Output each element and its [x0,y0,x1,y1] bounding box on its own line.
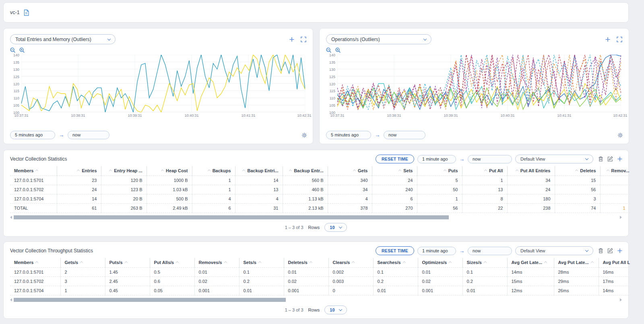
table-row[interactable]: 127.0.0.1:570121.450.50.010.10.010.0020.… [10,267,630,277]
time-to-input[interactable]: now [468,155,512,163]
column-header[interactable]: Puts [417,166,462,175]
view-select[interactable]: Default View [515,246,593,255]
time-from-input[interactable]: 5 minutes ago [326,131,371,139]
page-size-select[interactable]: 10 [324,305,347,314]
time-to-input[interactable]: now [68,131,109,139]
column-header[interactable]: Backup Entr... [283,166,328,175]
expand-button[interactable] [617,37,622,42]
scrollbar-track[interactable] [14,298,618,302]
table-cell: 0.01 [284,267,328,277]
chart-settings-button[interactable] [617,132,623,138]
column-header[interactable]: Deletes/s [284,258,328,267]
column-header[interactable]: Entries [57,166,101,175]
plus-icon [289,37,295,42]
add-view-button[interactable] [617,248,623,254]
chart-settings-button[interactable] [301,132,307,138]
add-chart-button[interactable] [289,37,295,42]
table-cell: 1 [192,175,235,185]
add-chart-button[interactable] [605,37,611,42]
table-cell: 0.05 [150,286,194,295]
metric-select[interactable]: Total Entries and Memory (Outliers) [10,34,116,44]
add-view-button[interactable] [617,156,623,162]
column-header[interactable]: Gets [328,166,372,175]
table-cell: 3 [555,194,600,203]
table-row[interactable]: 127.0.0.1:57041420 B500 B441.13 kB461818… [10,194,630,203]
column-header[interactable]: Put All [462,166,507,175]
plot-area[interactable] [21,55,305,112]
delete-view-button[interactable] [598,156,603,162]
chart-panel-operations: Operations/s (Outliers) 1001051101151201 [319,28,629,144]
column-header[interactable]: Members [10,258,60,267]
time-from-input[interactable]: 5 minutes ago [10,131,55,139]
view-select[interactable]: Default View [515,155,593,163]
column-header[interactable]: Remov... [600,166,630,175]
table-cell: 0.001 [194,286,239,295]
time-from-input[interactable]: 1 minute ago [417,247,456,255]
column-header[interactable]: Sizes/s [462,258,507,267]
table-cell: 0.003 [328,277,373,286]
column-header[interactable]: Sets/s [239,258,284,267]
edit-view-button[interactable] [607,156,613,162]
table-cell: 0.01 [462,286,507,295]
column-header[interactable]: Backup Entri... [235,166,283,175]
column-header[interactable]: Put Alls/s [150,258,194,267]
table-cell: 2.49 kB [147,203,192,213]
table-cell: 460 B [283,185,328,194]
column-header[interactable]: Members [10,166,57,175]
scroll-right-icon[interactable] [620,216,622,219]
reset-time-button[interactable]: RESET TIME [376,155,414,163]
table-row[interactable]: 127.0.0.1:570410.450.050.0010.010.00100.… [10,286,630,295]
time-from-input[interactable]: 1 minute ago [417,155,456,163]
scroll-left-icon[interactable] [10,216,12,219]
table-row[interactable]: 127.0.0.1:570123120 B1000 B114560 B34024… [10,175,630,185]
column-header[interactable]: Optimizes/s [418,258,462,267]
scrollbar-thumb[interactable] [14,298,286,302]
sort-caret-icon [352,261,355,264]
metric-select[interactable]: Operations/s (Outliers) [326,34,431,44]
scroll-right-icon[interactable] [620,298,622,301]
edit-view-button[interactable] [607,248,613,254]
delete-view-button[interactable] [598,248,603,254]
time-to-input[interactable]: now [468,247,512,255]
column-header[interactable]: Put All Entries [507,166,555,175]
reset-time-button[interactable]: RESET TIME [376,246,414,255]
column-header[interactable]: Searches/s [373,258,418,267]
table-cell: 14 [57,194,101,203]
column-header[interactable]: Clears/s [328,258,373,267]
column-header[interactable]: Entry Heap ... [101,166,147,175]
column-header[interactable]: Avg Get Late... [507,258,554,267]
arrow-right-icon: → [459,248,464,254]
column-header[interactable]: Puts/s [105,258,150,267]
zoom-out-button[interactable] [326,47,332,53]
table-cell: 14 [235,175,283,185]
plot-area[interactable] [337,55,621,112]
column-header[interactable]: Backups [192,166,235,175]
table-row[interactable]: 127.0.0.1:570232.450.60.020.20.020.0030.… [10,277,630,286]
table-cell: 20 B [101,194,147,203]
trash-icon [598,248,603,254]
zoom-out-button[interactable] [10,47,16,53]
table-row[interactable]: TOTAL61263 B2.49 kB6312.13 kB37827056222… [10,203,630,213]
page-size-select[interactable]: 10 [324,223,347,232]
scrollbar-track[interactable] [14,215,618,219]
table-cell: TOTAL [10,203,57,213]
edit-icon [607,156,613,162]
column-header[interactable]: Heap Cost [147,166,192,175]
file-icon[interactable] [23,9,29,16]
expand-button[interactable] [301,37,306,42]
column-header[interactable]: Removes/s [194,258,239,267]
column-header[interactable]: Sets [372,166,417,175]
table-cell: 1.13 kB [283,194,328,203]
zoom-in-button[interactable] [19,47,25,53]
column-header[interactable]: Gets/s [60,258,105,267]
column-header[interactable]: Deletes [555,166,600,175]
table-cell [600,175,630,185]
table-row[interactable]: 127.0.0.1:570224123 B1.03 kB113460 B3424… [10,185,630,194]
scrollbar-thumb[interactable] [14,215,449,219]
column-header[interactable]: Avg Put All L... [599,258,630,267]
dashboard: vc-1 Total Entries and Memory (Outliers) [0,0,644,324]
zoom-in-button[interactable] [335,47,341,53]
scroll-left-icon[interactable] [10,298,12,301]
time-to-input[interactable]: now [384,131,425,139]
column-header[interactable]: Avg Put Late... [554,258,599,267]
